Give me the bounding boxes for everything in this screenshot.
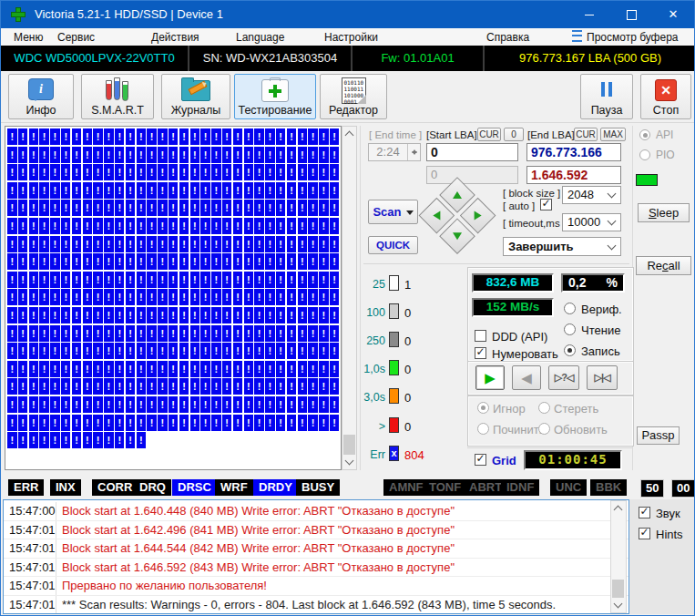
step-back-button[interactable]: ◀ <box>512 365 541 390</box>
scan-block-error: ! <box>126 147 136 163</box>
scan-block-error: ! <box>330 236 340 252</box>
scan-block-error: ! <box>319 415 329 431</box>
testing-button[interactable]: Тестирование <box>234 74 316 119</box>
hints-checkbox[interactable] <box>639 528 650 539</box>
log-scrollbar-thumb[interactable] <box>612 580 624 598</box>
scan-block-error: ! <box>169 182 179 199</box>
api-radio <box>639 129 650 140</box>
menu-item-help[interactable]: Справка <box>486 29 529 46</box>
maximize-button[interactable] <box>610 1 652 28</box>
ddd-api-checkbox[interactable] <box>475 330 486 342</box>
passp-button[interactable]: Passp <box>637 426 680 445</box>
end-lba-cur-button[interactable]: CUR <box>574 128 598 141</box>
seek-edge-button[interactable]: ▷|◁ <box>587 365 618 390</box>
buffer-view-button[interactable]: Просмотр буфера <box>572 29 679 46</box>
scan-block-error: ! <box>200 128 210 145</box>
scan-block-error: ! <box>61 432 71 448</box>
repair-scan-button[interactable]: ▷?◁ <box>548 365 579 390</box>
close-button[interactable]: ✕ <box>652 1 694 28</box>
scan-block-error: ! <box>330 200 340 216</box>
scroll-up-icon[interactable] <box>342 127 356 141</box>
finish-action-select[interactable]: Завершить <box>503 237 621 256</box>
scan-block-error: ! <box>18 272 28 288</box>
scan-block-error: ! <box>93 218 103 234</box>
scan-block-error: ! <box>244 182 254 199</box>
scan-block-error: ! <box>147 128 157 145</box>
timeout-select[interactable]: 10000 <box>562 213 621 231</box>
menu-item-language[interactable]: Language <box>236 29 284 46</box>
arrow-down-icon <box>453 232 462 240</box>
scan-block-error: ! <box>298 272 308 288</box>
scan-block-error: ! <box>330 343 340 359</box>
journals-button[interactable]: Журналы <box>161 74 230 119</box>
grid-checkbox[interactable] <box>475 454 486 466</box>
scan-block-error: ! <box>190 182 200 199</box>
menu-item-settings[interactable]: Настройки <box>324 29 378 46</box>
ignore-label: Игнор <box>493 402 526 416</box>
editor-button[interactable]: 0101101100111010000001 Редактор <box>320 74 387 119</box>
scan-block-error: ! <box>330 415 340 431</box>
scan-block-error: ! <box>330 378 340 395</box>
scan-block-error: ! <box>39 325 49 342</box>
scan-block-error: ! <box>287 128 297 145</box>
end-lba-input[interactable]: 976.773.166 <box>526 143 621 161</box>
test-tubes-icon <box>82 77 153 103</box>
scan-block-error: ! <box>83 218 93 234</box>
scan-block-error: ! <box>190 218 200 234</box>
scan-button[interactable]: Scan <box>368 200 418 224</box>
legend-label-3s: 3,0s <box>353 391 385 404</box>
pause-button[interactable]: Пауза <box>580 74 633 119</box>
scan-block-error: ! <box>179 325 189 342</box>
scan-block-error: ! <box>126 432 136 448</box>
scan-block-error: ! <box>137 307 147 323</box>
scan-block-error: ! <box>104 272 114 288</box>
smart-button[interactable]: S.M.A.R.T <box>81 74 154 119</box>
scroll-up-icon[interactable] <box>611 501 625 516</box>
numerate-checkbox[interactable] <box>475 347 486 359</box>
start-lba-cur-button[interactable]: CUR <box>477 128 501 141</box>
scan-block-error: ! <box>211 147 221 163</box>
scan-block-error: ! <box>115 128 125 145</box>
stop-button[interactable]: ✕ Стоп <box>640 74 691 119</box>
menu-item-service[interactable]: Сервис <box>57 29 95 46</box>
recall-button[interactable]: Recall <box>636 256 691 275</box>
scan-block-error: ! <box>222 128 232 145</box>
scan-block-error: ! <box>29 325 39 342</box>
legend-count-1s: 0 <box>404 363 411 376</box>
verify-radio[interactable] <box>564 303 576 314</box>
auto-checkbox[interactable] <box>540 199 552 210</box>
scan-block-error: ! <box>233 236 243 252</box>
block-size-select[interactable]: 2048 <box>562 186 621 204</box>
start-lba-input[interactable]: 0 <box>426 143 518 161</box>
scroll-down-icon[interactable] <box>611 598 625 612</box>
scan-block-error: ! <box>308 396 318 413</box>
scan-block-error: ! <box>211 289 221 305</box>
end-lba-max-button[interactable]: MAX <box>600 128 626 141</box>
scan-block-error: ! <box>319 128 329 145</box>
write-radio[interactable] <box>564 344 576 356</box>
scan-block-error: ! <box>104 396 114 413</box>
scan-block-error: ! <box>39 182 49 199</box>
scan-block-error: ! <box>93 236 103 252</box>
minimize-button[interactable] <box>568 1 610 28</box>
start-lba-zero-button[interactable]: 0 <box>504 128 524 141</box>
menu-item-actions[interactable]: Действия <box>151 29 199 46</box>
log-message: Block start at 1.640.448 (840 MB) Write … <box>62 502 455 520</box>
log-scrollbar[interactable] <box>610 500 627 613</box>
menu-item-menu[interactable]: Меню <box>14 29 43 46</box>
scan-block-error: ! <box>147 378 157 395</box>
scan-block-error: ! <box>61 343 71 359</box>
scan-block-error: ! <box>233 415 243 431</box>
scan-block-error: ! <box>276 164 286 180</box>
read-radio[interactable] <box>564 323 576 335</box>
end-time-spinner[interactable]: 2:24 <box>368 143 421 161</box>
chevron-down-icon <box>608 217 617 226</box>
sleep-button[interactable]: Sleep <box>638 203 690 222</box>
quick-button[interactable]: QUICK <box>368 236 418 254</box>
sound-checkbox[interactable] <box>639 507 650 518</box>
grid-scrollbar[interactable] <box>342 126 357 470</box>
scan-block-error: ! <box>7 343 17 359</box>
spinner-arrows-icon[interactable] <box>407 144 420 160</box>
info-button[interactable]: i Инфо <box>8 74 74 119</box>
play-button[interactable]: ▶ <box>475 365 505 390</box>
